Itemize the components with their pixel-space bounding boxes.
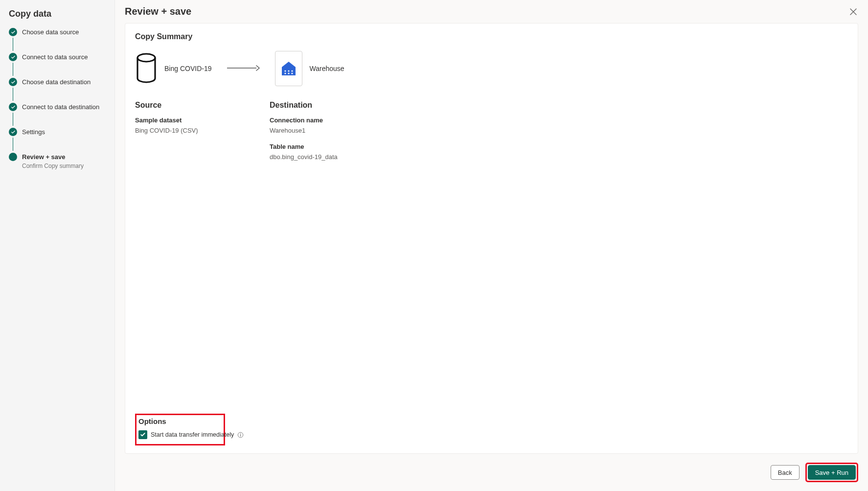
start-transfer-label: Start data transfer immediately [151,431,234,438]
close-button[interactable] [848,7,858,17]
checkmark-icon [9,28,17,36]
save-run-button[interactable]: Save + Run [808,465,856,480]
checkmark-icon [9,53,17,61]
step-choose-data-source[interactable]: Choose data source [9,28,106,53]
sidebar-title: Copy data [9,9,106,19]
step-label: Choose data destination [22,78,91,86]
wizard-sidebar: Copy data Choose data source Connect to … [0,0,115,491]
step-settings[interactable]: Settings [9,128,106,153]
destination-table-value: dbo.bing_covid-19_data [270,153,404,161]
destination-connection-value: Warehouse1 [270,127,404,134]
step-label: Choose data source [22,28,79,36]
destination-details: Destination Connection name Warehouse1 T… [270,101,404,169]
summary-section-title: Copy Summary [135,32,848,41]
step-connect-to-data-source[interactable]: Connect to data source [9,53,106,78]
info-icon[interactable] [237,432,244,438]
main-panel: Review + save Copy Summary B [115,0,868,491]
options-section: Options Start data transfer immediately [135,414,225,445]
step-sublabel: Confirm Copy summary [22,162,84,170]
source-details: Source Sample dataset Bing COVID-19 (CSV… [135,101,270,169]
step-choose-data-destination[interactable]: Choose data destination [9,78,106,103]
destination-connection-label: Connection name [270,117,404,124]
checkmark-icon [140,432,146,438]
wizard-step-list: Choose data source Connect to data sourc… [9,28,106,170]
step-review-save[interactable]: Review + save Confirm Copy summary [9,153,106,170]
svg-point-4 [285,72,286,74]
step-label: Settings [22,128,45,136]
page-title: Review + save [125,6,191,17]
source-heading: Source [135,101,270,110]
step-label: Connect to data destination [22,103,99,111]
step-label: Review + save Confirm Copy summary [22,153,84,170]
source-field-label: Sample dataset [135,117,270,124]
source-field-value: Bing COVID-19 (CSV) [135,127,270,134]
header: Review + save [115,0,868,23]
warehouse-icon [280,60,297,77]
checkmark-icon [9,78,17,86]
close-icon [849,8,857,16]
options-heading: Options [138,417,220,425]
back-button[interactable]: Back [771,465,799,480]
step-label: Connect to data source [22,53,88,61]
svg-point-3 [292,70,293,71]
details-row: Source Sample dataset Bing COVID-19 (CSV… [135,101,848,169]
start-transfer-checkbox[interactable] [138,430,147,439]
source-node-label: Bing COVID-19 [164,65,211,72]
step-connect-to-data-destination[interactable]: Connect to data destination [9,103,106,128]
destination-node: Warehouse [275,51,344,86]
summary-card: Copy Summary Bing COVID-19 [125,23,858,454]
destination-heading: Destination [270,101,404,110]
svg-point-6 [292,72,293,74]
footer: Back Save + Run [115,454,868,491]
save-run-highlight: Save + Run [805,463,858,482]
svg-point-2 [288,70,290,71]
source-node: Bing COVID-19 [135,51,211,86]
checkmark-icon [9,128,17,136]
arrow-icon [226,64,260,74]
svg-point-9 [240,433,241,434]
checkmark-icon [9,103,17,111]
database-icon [135,51,158,86]
summary-flow-row: Bing COVID-19 [135,51,848,86]
svg-point-1 [285,70,286,71]
svg-point-5 [288,72,290,74]
current-step-icon [9,153,17,161]
warehouse-tile [275,51,302,86]
destination-node-label: Warehouse [309,65,344,72]
destination-table-label: Table name [270,143,404,150]
